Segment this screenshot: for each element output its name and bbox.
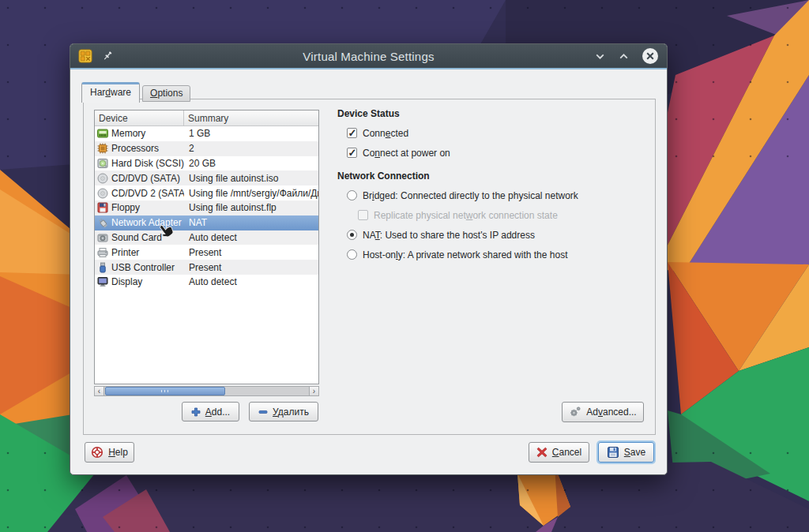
device-status-heading: Device Status [337, 108, 653, 121]
scrollbar-track[interactable] [104, 386, 309, 396]
device-row-floppy[interactable]: FloppyUsing file autoinst.flp [95, 200, 318, 215]
shade-chevron-down-icon[interactable] [594, 51, 606, 62]
radio-unselected[interactable] [347, 249, 357, 260]
device-status-options: ConnectedConnect at power on [337, 123, 653, 163]
scrollbar-thumb[interactable] [105, 387, 225, 395]
cancel-button[interactable]: Cancel [529, 442, 589, 463]
radio-unselected[interactable] [347, 190, 357, 200]
display-icon [97, 276, 108, 287]
help-lifering-icon [91, 446, 103, 459]
add-device-button[interactable]: Add... [182, 402, 239, 421]
maximize-chevron-up-icon[interactable] [618, 51, 630, 62]
device-row-usb-controller[interactable]: USB ControllerPresent [95, 260, 318, 275]
checkbox-checked[interactable] [347, 148, 357, 158]
plus-icon [191, 407, 201, 417]
device-row-sound-card[interactable]: Sound CardAuto detect [95, 230, 318, 245]
floppy-icon [97, 202, 108, 213]
device-status-option-0[interactable]: Connected [337, 123, 653, 143]
save-floppy-icon [607, 446, 619, 459]
device-row-processors[interactable]: Processors2 [95, 141, 318, 156]
memory-icon [97, 128, 108, 139]
processor-icon [97, 143, 108, 154]
network-icon [97, 217, 108, 228]
network-connection-option-3[interactable]: Host-only: A private network shared with… [337, 245, 653, 264]
horizontal-scrollbar[interactable]: ‹ › [94, 386, 319, 396]
device-row-network-adapter[interactable]: Network AdapterNAT [95, 215, 318, 230]
column-header-summary[interactable]: Summary [184, 113, 318, 124]
cd-dvd-icon [97, 173, 108, 184]
vm-settings-dialog: Virtual Machine Settings Hardware Option… [70, 43, 668, 475]
radio-selected[interactable] [347, 230, 357, 240]
tab-hardware[interactable]: Hardware [81, 82, 140, 103]
network-connection-option-1: Replicate physical network connection st… [337, 205, 653, 225]
device-status-option-1[interactable]: Connect at power on [337, 143, 653, 163]
scroll-left-arrow[interactable]: ‹ [94, 386, 104, 396]
printer-icon [97, 247, 108, 258]
device-table-header[interactable]: Device Summary [95, 111, 318, 126]
device-table-rows: Memory1 GBProcessors2Hard Disk (SCSI)20 … [95, 126, 318, 290]
advanced-button[interactable]: Advanced... [562, 402, 644, 422]
device-row-display[interactable]: DisplayAuto detect [95, 275, 318, 290]
cd-dvd-icon [97, 188, 108, 199]
desktop: Virtual Machine Settings Hardware Option… [0, 0, 809, 532]
vmware-app-icon [78, 49, 92, 63]
hard-disk-icon [97, 158, 108, 169]
network-connection-heading: Network Connection [337, 170, 653, 183]
device-table: Device Summary Memory1 GBProcessors2Hard… [94, 110, 319, 384]
checkbox-unchecked [358, 210, 368, 220]
pin-icon[interactable] [101, 50, 114, 62]
device-row-cd-dvd-2-sata-[interactable]: CD/DVD 2 (SATA)Using file /mnt/sergiy/Фа… [95, 185, 318, 200]
scroll-right-arrow[interactable]: › [309, 386, 319, 396]
remove-device-button[interactable]: Удалить [249, 402, 318, 421]
titlebar[interactable]: Virtual Machine Settings [70, 44, 667, 69]
device-row-memory[interactable]: Memory1 GB [95, 126, 318, 141]
column-header-device[interactable]: Device [95, 111, 184, 126]
close-icon[interactable] [642, 47, 659, 65]
network-connection-option-0[interactable]: Bridged: Connected directly to the physi… [337, 185, 653, 205]
gears-icon [569, 406, 581, 418]
device-row-hard-disk-scsi-[interactable]: Hard Disk (SCSI)20 GB [95, 156, 318, 171]
usb-icon [97, 262, 108, 273]
network-connection-option-2[interactable]: NAT: Used to share the host's IP address [337, 225, 653, 245]
tab-options[interactable]: Options [142, 85, 190, 102]
device-row-cd-dvd-sata-[interactable]: CD/DVD (SATA)Using file autoinst.iso [95, 170, 318, 185]
window-title: Virtual Machine Settings [70, 50, 667, 63]
device-settings-panel: Device Status ConnectedConnect at power … [337, 108, 653, 264]
network-connection-options: Bridged: Connected directly to the physi… [337, 185, 653, 264]
hardware-panel: Device Summary Memory1 GBProcessors2Hard… [83, 99, 656, 435]
cancel-x-icon [536, 447, 547, 458]
checkbox-checked[interactable] [347, 128, 357, 138]
save-button[interactable]: Save [598, 442, 654, 463]
device-row-printer[interactable]: PrinterPresent [95, 245, 318, 260]
settings-tabs: Hardware Options [81, 81, 190, 102]
sound-icon [97, 232, 108, 243]
minus-icon [258, 407, 268, 417]
help-button[interactable]: Help [85, 442, 134, 463]
